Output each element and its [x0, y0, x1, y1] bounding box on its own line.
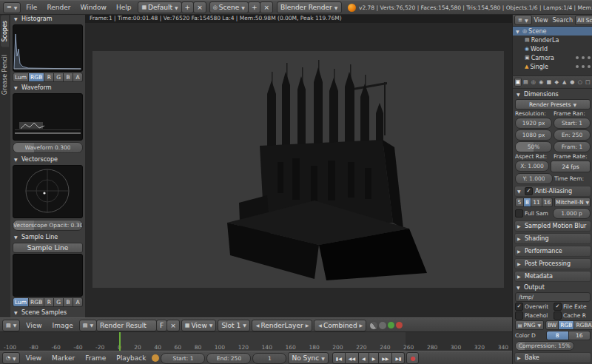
- vectorscope-panel-header[interactable]: ▼Vectorscope: [12, 155, 84, 164]
- channel-g-button[interactable]: G: [54, 297, 64, 307]
- outliner-item-scene[interactable]: ▼ ◎ Scene: [513, 27, 592, 36]
- current-frame-field[interactable]: 1: [252, 353, 286, 364]
- restrict-visibility-icon[interactable]: [582, 65, 585, 68]
- layout-dropdown[interactable]: ▦Default▼: [138, 1, 181, 13]
- channel-rgb-button[interactable]: RGB: [29, 297, 44, 307]
- prev-keyframe-button[interactable]: ◀◀: [346, 352, 359, 364]
- green-dot-icon[interactable]: [388, 322, 394, 328]
- editor-type-button-outliner[interactable]: ≡▼: [514, 15, 532, 25]
- resolution-percentage-slider[interactable]: 50%: [515, 141, 552, 152]
- display-channels-icon[interactable]: [370, 322, 377, 329]
- image-canvas[interactable]: [85, 23, 512, 317]
- view-mode-dropdown[interactable]: ▦View▼: [181, 320, 217, 331]
- histogram-panel-header[interactable]: ▼Histogram: [12, 14, 84, 24]
- color-rgba-button[interactable]: RGBA: [574, 320, 592, 330]
- expand-arrow-icon[interactable]: ▼: [516, 29, 521, 34]
- performance-panel-header[interactable]: ▶Performance: [514, 246, 591, 257]
- tab-render-layers-icon[interactable]: ▤: [522, 78, 530, 87]
- render-pass-dropdown[interactable]: ◀Combined▶: [314, 320, 366, 331]
- waveform-opacity-slider[interactable]: Waveform 0.300: [13, 142, 83, 153]
- vectorscope-opacity-slider[interactable]: Vectorscope Opacit: 0.300: [13, 220, 83, 231]
- editor-type-button-timeline[interactable]: ◔▼: [2, 352, 20, 364]
- restrict-selection-icon[interactable]: [576, 65, 579, 68]
- tab-scene-icon[interactable]: ◎: [530, 78, 537, 87]
- anti-aliasing-panel-header[interactable]: ▼✓Anti-Aliasing: [514, 186, 591, 197]
- cache-result-checkbox[interactable]: Cache R: [554, 311, 591, 320]
- channel-lum-button[interactable]: Lum: [13, 297, 29, 307]
- aa-samples-8-button[interactable]: 8: [524, 198, 532, 207]
- browse-image-button[interactable]: ▤▼: [79, 320, 97, 331]
- depth-16-button[interactable]: 16: [569, 331, 591, 340]
- menu-view-outliner[interactable]: View: [532, 17, 551, 24]
- playhead[interactable]: [119, 332, 121, 351]
- file-format-dropdown[interactable]: ▤PNG▼: [515, 320, 544, 330]
- aa-filter-dropdown[interactable]: Mitchell-N▼: [554, 198, 591, 207]
- channel-r-button[interactable]: R: [44, 73, 54, 82]
- tab-constraints-icon[interactable]: ◆: [554, 78, 561, 87]
- frame-rate-dropdown[interactable]: 24 fps: [551, 161, 591, 172]
- depth-8-button[interactable]: 8: [546, 331, 569, 340]
- render-presets-dropdown[interactable]: Render Presets▼: [515, 99, 591, 109]
- pin-icon[interactable]: [379, 322, 386, 329]
- tab-modifiers-icon[interactable]: ▲: [561, 78, 568, 87]
- jump-to-start-button[interactable]: ▮◀: [332, 352, 346, 364]
- timeline-ruler[interactable]: -100-80-60-40-20020406080100120140160180…: [0, 344, 512, 351]
- channel-a-button[interactable]: A: [73, 297, 83, 307]
- compression-slider[interactable]: Compression: 15%: [515, 341, 574, 351]
- channel-r-button[interactable]: R: [44, 297, 54, 307]
- full-sample-checkbox[interactable]: Full Sam: [515, 208, 551, 219]
- end-frame-field[interactable]: End: 250: [206, 353, 251, 364]
- tab-render-icon[interactable]: ▣: [514, 78, 522, 87]
- output-path-field[interactable]: /tmp/: [515, 292, 591, 302]
- channel-b-button[interactable]: B: [64, 73, 73, 82]
- aa-size-field[interactable]: 1.000 p: [553, 208, 591, 219]
- outliner-item-camera[interactable]: ▣ Camera: [513, 53, 592, 62]
- aspect-x-field[interactable]: X: 1.000: [515, 161, 549, 172]
- menu-frame[interactable]: Frame: [81, 354, 110, 362]
- tab-scopes[interactable]: Scopes: [1, 16, 9, 47]
- metadata-panel-header[interactable]: ▶Metadata: [514, 271, 591, 282]
- restrict-visibility-icon[interactable]: [582, 56, 585, 59]
- bake-panel-header[interactable]: ▶Bake: [514, 352, 591, 363]
- menu-file[interactable]: File: [21, 4, 41, 11]
- render-engine-dropdown[interactable]: Blender Render▼: [277, 1, 342, 13]
- preview-range-icon[interactable]: [152, 354, 159, 362]
- editor-type-button-image[interactable]: ▤▼: [2, 320, 20, 331]
- add-scene-button[interactable]: +: [248, 1, 261, 13]
- aspect-y-field[interactable]: Y: 1.000: [515, 173, 553, 184]
- outliner-item-renderlayer[interactable]: ▤ RenderLa: [513, 36, 592, 44]
- timeline-region[interactable]: -100-80-60-40-20020406080100120140160180…: [0, 331, 512, 351]
- close-scene-button[interactable]: ×: [260, 1, 273, 13]
- color-rgb-button[interactable]: RGB: [559, 320, 574, 330]
- tab-data-icon[interactable]: ●: [569, 78, 576, 87]
- slot-dropdown[interactable]: Slot 1▼: [218, 320, 249, 331]
- play-reverse-button[interactable]: ◀: [359, 352, 369, 364]
- menu-window[interactable]: Window: [75, 4, 111, 11]
- file-extensions-checkbox[interactable]: ✓File Exte: [554, 303, 591, 311]
- output-panel-header[interactable]: ▼Output: [514, 283, 591, 292]
- frame-start-field[interactable]: Start: 1: [554, 118, 591, 129]
- record-button[interactable]: ●: [406, 352, 419, 364]
- next-keyframe-button[interactable]: ▶▶: [379, 352, 392, 364]
- tab-material-icon[interactable]: ○: [576, 78, 584, 87]
- tab-world-icon[interactable]: ◉: [538, 78, 545, 87]
- frame-step-field[interactable]: Fram: 1: [554, 141, 591, 152]
- channel-g-button[interactable]: G: [54, 73, 64, 82]
- aa-samples-16-button[interactable]: 16: [542, 198, 554, 207]
- menu-search-outliner[interactable]: Search: [550, 17, 574, 24]
- color-bw-button[interactable]: BW: [545, 320, 559, 330]
- outliner-display-dropdown[interactable]: All Sc▼: [575, 16, 592, 25]
- sync-dropdown[interactable]: No Sync▼: [288, 352, 328, 364]
- unlink-image-button[interactable]: ×: [166, 320, 180, 331]
- menu-marker[interactable]: Marker: [47, 354, 79, 362]
- dimensions-panel-header[interactable]: ▼Dimensions: [514, 90, 591, 99]
- menu-render[interactable]: Render: [42, 4, 75, 11]
- fake-user-button[interactable]: F: [156, 320, 167, 331]
- tab-grease-pencil[interactable]: Grease Pencil: [1, 50, 9, 100]
- sample-line-panel-header[interactable]: ▼Sample Line: [12, 232, 84, 242]
- placeholders-checkbox[interactable]: Placehol: [515, 311, 552, 320]
- add-layout-button[interactable]: +: [181, 1, 195, 13]
- tab-texture-icon[interactable]: □: [585, 78, 592, 87]
- render-layer-dropdown[interactable]: ◀RenderLayer▶: [252, 320, 312, 331]
- resolution-x-field[interactable]: 1920 px: [515, 118, 552, 129]
